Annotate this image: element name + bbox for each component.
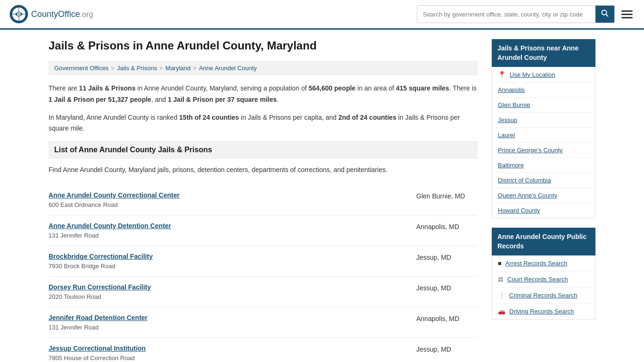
nearby-link[interactable]: Annapolis	[498, 86, 525, 93]
facility-address: 7805 House of Correction Road	[49, 354, 135, 362]
facility-city: Glen Burnie, MD	[416, 191, 478, 200]
nearby-links: AnnapolisGlen BurnieJessupLaurelPrince G…	[492, 82, 595, 218]
facility-item: Jennifer Road Detention Center 131 Jenni…	[49, 307, 478, 338]
public-record-item: 🚗 Driving Records Search	[492, 304, 595, 319]
list-section-header: List of Anne Arundel County Jails & Pris…	[49, 141, 478, 159]
facility-info: Brockbridge Correctional Facility 7930 B…	[49, 253, 153, 270]
facility-info: Dorsey Run Correctional Facility 2020 To…	[49, 283, 151, 300]
facility-city: Annapolis, MD	[416, 314, 478, 322]
nearby-link-item: Laurel	[492, 128, 595, 143]
list-section-description: Find Anne Arundel County, Maryland jails…	[49, 165, 478, 175]
record-icon: ⚖	[498, 276, 504, 283]
nearby-link[interactable]: District of Columbia	[498, 177, 551, 184]
menu-button[interactable]	[619, 8, 635, 20]
svg-point-5	[602, 10, 607, 15]
facility-name-link[interactable]: Anne Arundel County Detention Center	[49, 222, 171, 230]
facility-name-link[interactable]: Jessup Correctional Institution	[49, 345, 146, 352]
public-records-list: ■ Arrest Records Search ⚖ Court Records …	[492, 255, 595, 320]
facility-info: Jennifer Road Detention Center 131 Jenni…	[49, 314, 148, 331]
facility-item: Anne Arundel County Detention Center 131…	[49, 215, 478, 246]
page-title: Jails & Prisons in Anne Arundel County, …	[49, 39, 478, 52]
nearby-link-item: Annapolis	[492, 82, 595, 98]
header-right	[417, 5, 635, 23]
facility-address: 600 East Ordnance Road	[49, 201, 118, 208]
header: CountyOffice.org	[0, 0, 644, 30]
facility-item: Jessup Correctional Institution 7805 Hou…	[49, 338, 478, 362]
public-records-section: Anne Arundel County Public Records ■ Arr…	[492, 228, 595, 320]
nearby-link[interactable]: Glen Burnie	[498, 101, 530, 108]
svg-line-6	[606, 15, 609, 17]
nearby-link[interactable]: Baltimore	[498, 162, 524, 169]
description-paragraph-2: In Maryland, Anne Arundel County is rank…	[49, 112, 478, 135]
hamburger-line	[621, 17, 633, 18]
search-icon	[601, 9, 609, 17]
search-input[interactable]	[417, 7, 595, 22]
facility-address: 131 Jennifer Road	[49, 232, 99, 239]
record-icon: ■	[498, 260, 502, 267]
facility-info: Jessup Correctional Institution 7805 Hou…	[49, 345, 146, 362]
nearby-link-item: Prince George's County	[492, 143, 595, 158]
nearby-link-item: Jessup	[492, 113, 595, 128]
nearby-link-item: Glen Burnie	[492, 98, 595, 113]
logo-icon	[9, 5, 28, 24]
location-icon: 📍	[498, 71, 506, 78]
facility-list: Anne Arundel County Correctional Center …	[49, 185, 478, 362]
nearby-section-header: Jails & Prisons near Anne Arundel County	[492, 39, 595, 67]
nearby-link[interactable]: Howard County	[498, 207, 540, 214]
logo-area: CountyOffice.org	[9, 5, 93, 24]
nearby-list: 📍 Use My Location AnnapolisGlen BurnieJe…	[492, 67, 595, 218]
public-record-link[interactable]: Criminal Records Search	[509, 292, 578, 299]
nearby-link-item: Howard County	[492, 203, 595, 218]
facility-name-link[interactable]: Brockbridge Correctional Facility	[49, 253, 153, 260]
facility-name-link[interactable]: Jennifer Road Detention Center	[49, 314, 148, 321]
record-icon: ❕	[498, 292, 505, 299]
facility-address: 131 Jennifer Road	[49, 324, 99, 331]
facility-item: Brockbridge Correctional Facility 7930 B…	[49, 246, 478, 277]
nearby-link[interactable]: Queen Anne's County	[498, 192, 557, 199]
public-record-link[interactable]: Driving Records Search	[509, 308, 574, 315]
facility-address: 7930 Brock Bridge Road	[49, 263, 116, 270]
facility-city: Annapolis, MD	[416, 222, 478, 230]
nearby-link-item: Queen Anne's County	[492, 188, 595, 203]
nearby-link-item: District of Columbia	[492, 173, 595, 188]
record-icon: 🚗	[498, 308, 505, 315]
facility-item: Anne Arundel County Correctional Center …	[49, 185, 478, 215]
logo-text: CountyOffice.org	[31, 9, 93, 19]
facility-item: Dorsey Run Correctional Facility 2020 To…	[49, 277, 478, 307]
breadcrumb-jails-prisons[interactable]: Jails & Prisons	[117, 65, 157, 72]
content-area: Jails & Prisons in Anne Arundel County, …	[49, 39, 478, 362]
nearby-section: Jails & Prisons near Anne Arundel County…	[492, 39, 595, 218]
public-record-link[interactable]: Arrest Records Search	[505, 260, 568, 267]
breadcrumb: Government Offices > Jails & Prisons > M…	[49, 61, 478, 75]
facility-city: Jessup, MD	[416, 283, 478, 292]
nearby-link[interactable]: Laurel	[498, 132, 515, 139]
facility-info: Anne Arundel County Correctional Center …	[49, 191, 180, 208]
breadcrumb-maryland[interactable]: Maryland	[165, 65, 190, 72]
public-record-item: ❕ Criminal Records Search	[492, 288, 595, 304]
nearby-link[interactable]: Prince George's County	[498, 147, 563, 154]
hamburger-line	[621, 10, 633, 12]
use-my-location-item[interactable]: 📍 Use My Location	[492, 67, 595, 82]
facility-city: Jessup, MD	[416, 253, 478, 261]
public-record-link[interactable]: Court Records Search	[507, 276, 568, 283]
description-paragraph-1: There are 11 Jails & Prisons in Anne Aru…	[49, 83, 478, 106]
facility-name-link[interactable]: Dorsey Run Correctional Facility	[49, 283, 151, 291]
hamburger-line	[621, 14, 633, 15]
public-record-item: ■ Arrest Records Search	[492, 255, 595, 272]
nearby-link[interactable]: Jessup	[498, 116, 517, 123]
search-button[interactable]	[595, 6, 614, 23]
use-my-location-link[interactable]: Use My Location	[510, 71, 555, 78]
breadcrumb-anne-arundel[interactable]: Anne Arundel County	[199, 65, 257, 72]
nearby-link-item: Baltimore	[492, 158, 595, 173]
breadcrumb-government-offices[interactable]: Government Offices	[54, 65, 108, 72]
sidebar: Jails & Prisons near Anne Arundel County…	[492, 39, 595, 362]
facility-city: Jessup, MD	[416, 345, 478, 353]
facility-address: 2020 Toulson Road	[49, 293, 101, 300]
facility-name-link[interactable]: Anne Arundel County Correctional Center	[49, 191, 180, 199]
facility-info: Anne Arundel County Detention Center 131…	[49, 222, 171, 239]
main-wrapper: Jails & Prisons in Anne Arundel County, …	[39, 30, 605, 362]
search-bar	[417, 5, 615, 23]
public-records-header: Anne Arundel County Public Records	[492, 228, 595, 255]
public-record-item: ⚖ Court Records Search	[492, 272, 595, 288]
